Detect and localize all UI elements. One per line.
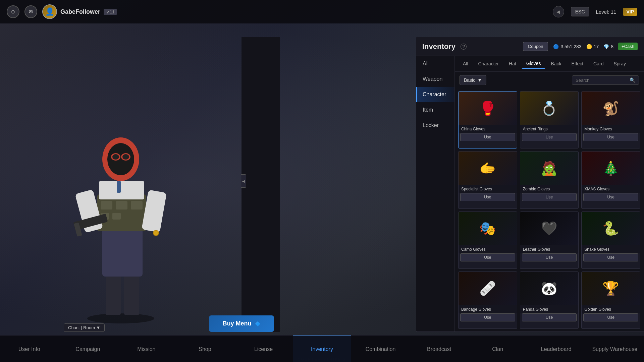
use-button[interactable]: Use bbox=[583, 133, 638, 141]
svg-rect-1 bbox=[106, 272, 121, 315]
nav-item-supply-warehouse[interactable]: Supply Warehouse bbox=[585, 336, 644, 362]
svg-rect-2 bbox=[124, 272, 139, 315]
search-input[interactable] bbox=[576, 78, 628, 83]
top-bar: ⊙ ✉ GabeFollower lv.11 ◀ ESC Level: 11 V… bbox=[0, 0, 644, 23]
item-name: Panda Gloves bbox=[520, 305, 579, 313]
character-area: Chan. | Room ▼ bbox=[0, 23, 241, 335]
nav-item-mission[interactable]: Mission bbox=[117, 336, 176, 362]
tab-hat[interactable]: Hat bbox=[504, 59, 521, 68]
nav-item-inventory[interactable]: Inventory bbox=[293, 336, 352, 362]
item-name: Leather Gloves bbox=[520, 245, 579, 253]
tab-gloves[interactable]: Gloves bbox=[522, 59, 546, 69]
item-card[interactable]: 🐼Panda GlovesUse bbox=[520, 272, 579, 329]
nav-item-shop[interactable]: Shop bbox=[176, 336, 234, 362]
item-image: 🐒 bbox=[582, 92, 640, 125]
item-card[interactable]: 🐒Monkey GlovesUse bbox=[581, 91, 640, 148]
nav-item-leaderboard[interactable]: Leaderboard bbox=[527, 336, 586, 362]
add-cash-button[interactable]: +Cash bbox=[618, 43, 638, 50]
use-button[interactable]: Use bbox=[522, 193, 577, 201]
item-card[interactable]: 🎭Camo GlovesUse bbox=[458, 212, 517, 269]
use-button[interactable]: Use bbox=[522, 313, 577, 321]
home-button[interactable]: ⊙ bbox=[7, 5, 19, 18]
svg-rect-3 bbox=[102, 228, 143, 277]
nav-item-campaign[interactable]: Campaign bbox=[59, 336, 117, 362]
buy-menu-button[interactable]: Buy Menu bbox=[209, 315, 274, 332]
item-card[interactable]: 🧟Zombie GlovesUse bbox=[520, 151, 579, 208]
svg-rect-5 bbox=[101, 201, 112, 209]
use-button[interactable]: Use bbox=[460, 313, 515, 321]
svg-rect-10 bbox=[99, 181, 144, 199]
nav-back-button[interactable]: ◀ bbox=[553, 6, 564, 17]
tab-all[interactable]: All bbox=[458, 59, 473, 68]
search-icon: 🔍 bbox=[630, 77, 635, 83]
item-name: Ancient Rings bbox=[520, 125, 579, 133]
character-figure: Chan. | Room ▼ bbox=[57, 101, 184, 328]
item-card[interactable]: 🥊China GlovesUse bbox=[458, 91, 517, 148]
esc-button[interactable]: ESC bbox=[571, 7, 589, 16]
tab-spray[interactable]: Spray bbox=[609, 59, 631, 68]
sidebar-item-weapon[interactable]: Weapon bbox=[416, 71, 454, 87]
currency-m-value: 17 bbox=[594, 44, 599, 49]
tab-effect[interactable]: Effect bbox=[567, 59, 588, 68]
item-card[interactable]: 🎄XMAS GlovesUse bbox=[581, 151, 640, 208]
coupon-button[interactable]: Coupon bbox=[523, 42, 548, 51]
bottom-nav: User InfoCampaignMissionShopLicenseInven… bbox=[0, 335, 644, 362]
dropdown-arrow-icon: ▼ bbox=[477, 77, 482, 83]
tab-back[interactable]: Back bbox=[546, 59, 566, 68]
item-image: 🥊 bbox=[459, 92, 517, 125]
sidebar-item-locker[interactable]: Locker bbox=[416, 118, 454, 133]
use-button[interactable]: Use bbox=[460, 253, 515, 261]
item-card[interactable]: 💍Ancient RingsUse bbox=[520, 91, 579, 148]
use-button[interactable]: Use bbox=[583, 193, 638, 201]
svg-point-13 bbox=[107, 143, 134, 175]
use-button[interactable]: Use bbox=[522, 133, 577, 141]
nav-item-clan[interactable]: Clan bbox=[468, 336, 527, 362]
top-bar-right: ◀ ESC Level: 11 VIP bbox=[553, 6, 637, 17]
nav-item-broadcast[interactable]: Broadcast bbox=[410, 336, 469, 362]
item-name: Golden Gloves bbox=[582, 305, 640, 313]
item-image: 🎄 bbox=[582, 152, 640, 185]
tab-character[interactable]: Character bbox=[474, 59, 503, 68]
use-button[interactable]: Use bbox=[460, 193, 515, 201]
collapse-panel-arrow[interactable]: ◀ bbox=[241, 174, 246, 188]
panel-title: Inventory bbox=[422, 42, 455, 51]
item-image: 🎭 bbox=[459, 212, 517, 245]
item-card[interactable]: 🫱Specialist GlovesUse bbox=[458, 151, 517, 208]
left-sidebar bbox=[241, 37, 280, 332]
panel-content: AllWeaponCharacterItemLocker AllCharacte… bbox=[416, 56, 644, 331]
item-card[interactable]: 🏆Golden GlovesUse bbox=[581, 272, 640, 329]
nav-item-license[interactable]: License bbox=[234, 336, 293, 362]
sidebar-item-all[interactable]: All bbox=[416, 56, 454, 71]
item-image: 🫱 bbox=[459, 152, 517, 185]
filter-label: Basic bbox=[464, 77, 475, 83]
currency-m: 🟡 17 bbox=[586, 44, 599, 49]
filter-row: Basic ▼ 🔍 bbox=[455, 72, 644, 88]
inventory-panel: Inventory ? Coupon 🔵 3,551,283 🟡 17 💎 8 … bbox=[416, 37, 644, 332]
tab-card[interactable]: Card bbox=[589, 59, 608, 68]
svg-rect-7 bbox=[131, 201, 143, 209]
filter-dropdown[interactable]: Basic ▼ bbox=[460, 75, 486, 85]
use-button[interactable]: Use bbox=[522, 253, 577, 261]
item-image: 🐍 bbox=[582, 212, 640, 245]
item-name: Camo Gloves bbox=[459, 245, 517, 253]
item-card[interactable]: 🩹Bandage GlovesUse bbox=[458, 272, 517, 329]
items-panel: AllCharacterHatGlovesBackEffectCardSpray… bbox=[455, 56, 644, 331]
level-info: Level: 11 bbox=[596, 9, 616, 15]
sidebar-item-item[interactable]: Item bbox=[416, 102, 454, 118]
use-button[interactable]: Use bbox=[583, 313, 638, 321]
item-card[interactable]: 🐍Snake GlovesUse bbox=[581, 212, 640, 269]
item-card[interactable]: 🖤Leather GlovesUse bbox=[520, 212, 579, 269]
nav-item-user-info[interactable]: User Info bbox=[0, 336, 59, 362]
help-icon[interactable]: ? bbox=[461, 44, 467, 50]
nav-item-combination[interactable]: Combination bbox=[351, 336, 410, 362]
currency-area: 🔵 3,551,283 🟡 17 💎 8 +Cash bbox=[553, 43, 638, 50]
mail-button[interactable]: ✉ bbox=[24, 5, 37, 18]
currency-p: 🔵 3,551,283 bbox=[553, 44, 581, 49]
item-image: 🏆 bbox=[582, 272, 640, 305]
svg-point-22 bbox=[153, 230, 159, 236]
channel-badge[interactable]: Chan. | Room ▼ bbox=[64, 323, 105, 332]
use-button[interactable]: Use bbox=[460, 133, 515, 141]
use-button[interactable]: Use bbox=[583, 253, 638, 261]
item-image: 🩹 bbox=[459, 272, 517, 305]
sidebar-item-character[interactable]: Character bbox=[416, 87, 454, 102]
